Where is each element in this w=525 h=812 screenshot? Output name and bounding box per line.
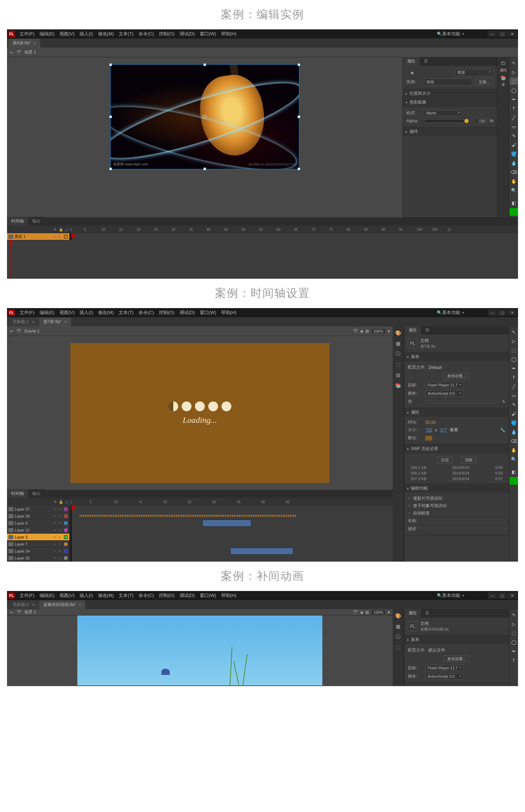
menu-window[interactable]: 窗口(W) [198, 29, 218, 38]
tab-close-icon[interactable]: ✕ [78, 603, 81, 607]
visibility-header-icon[interactable]: 👁 [52, 228, 58, 232]
side-properties-icon[interactable]: 🗀 [499, 59, 507, 67]
text-tool-icon[interactable]: T [510, 656, 518, 664]
resize-handle[interactable] [109, 168, 112, 170]
tab-timeline[interactable]: 时间轴 [7, 217, 28, 226]
layer-row[interactable]: Layer 4•• [7, 520, 393, 527]
tab-library[interactable]: 库 [420, 57, 432, 66]
dock-align-icon[interactable]: ▦ [393, 622, 402, 631]
swap-button[interactable]: 交换... [475, 78, 493, 86]
menu-text[interactable]: 文本(T) [117, 29, 136, 38]
style-select[interactable]: Alpha [424, 110, 462, 116]
dock-library-icon[interactable]: 📚 [393, 381, 402, 390]
layer-row[interactable]: Layer 27•• [7, 506, 393, 513]
subselection-tool-icon[interactable]: ▷ [510, 620, 518, 628]
menu-commands[interactable]: 命令(C) [136, 591, 156, 600]
layer-row[interactable]: Layer 26•• [7, 513, 393, 520]
subselection-tool-icon[interactable]: ▷ [510, 337, 518, 345]
hand-tool-icon[interactable]: ✋ [510, 446, 518, 454]
free-transform-tool-icon[interactable]: ⬚ [510, 346, 518, 354]
resize-handle[interactable] [298, 168, 300, 170]
workspace-switcher[interactable]: 基本功能 [442, 309, 464, 316]
menu-control[interactable]: 控制(O) [157, 591, 177, 600]
class-input[interactable] [425, 401, 499, 403]
dock-transform-icon[interactable]: ⬚ [393, 643, 402, 652]
line-tool-icon[interactable]: ╱ [510, 114, 518, 121]
outline-header-icon[interactable]: ◻ [64, 228, 69, 232]
tab-close-icon[interactable]: ✕ [33, 41, 36, 45]
tab-properties[interactable]: 属性 [403, 57, 420, 66]
lasso-tool-icon[interactable]: ◯ [510, 86, 518, 94]
menu-commands[interactable]: 命令(C) [136, 29, 156, 38]
search-icon[interactable]: 🔍 [437, 310, 442, 315]
search-icon[interactable]: 🔍 [437, 31, 442, 36]
text-tool-icon[interactable]: T [510, 105, 518, 112]
minimize-button[interactable]: — [488, 592, 497, 599]
tab-timeline[interactable]: 时间轴 [7, 489, 28, 498]
stage-area[interactable]: 昵图网 www.nipic.com By:空间 No.2012032221141… [7, 57, 402, 218]
maximize-button[interactable]: ▢ [498, 31, 507, 37]
acc-desc-input[interactable] [425, 528, 505, 530]
fps-value[interactable]: 30.00 [425, 420, 436, 425]
instance-name-input[interactable]: 吉他 [424, 78, 472, 86]
menu-insert[interactable]: 插入(I) [77, 29, 95, 38]
resize-handle[interactable] [109, 115, 112, 118]
line-tool-icon[interactable]: ╱ [510, 383, 518, 390]
minimize-button[interactable]: — [488, 31, 497, 37]
menu-text[interactable]: 文本(T) [117, 308, 136, 317]
publish-settings-button[interactable]: 发布设置... [443, 655, 470, 663]
menu-debug[interactable]: 调试(D) [177, 591, 197, 600]
edit-class-icon[interactable]: ✎ [502, 399, 505, 404]
frame-ruler[interactable]: 1510152025303540455055606570758085909510… [69, 226, 518, 233]
wrench-icon[interactable]: 🔧 [500, 428, 505, 433]
text-tool-icon[interactable]: T [510, 373, 518, 381]
tab-properties[interactable]: 属性 [404, 326, 421, 335]
stroke-color-icon[interactable]: ◧ [510, 199, 518, 207]
selection-tool-icon[interactable]: ↖ [510, 59, 518, 67]
tab-properties[interactable]: 属性 [404, 609, 421, 618]
accessibility-checkbox[interactable]: 使子对象可供访问 [408, 502, 505, 510]
menu-control[interactable]: 控制(O) [157, 308, 177, 317]
tab-close-icon[interactable]: ✕ [32, 320, 35, 324]
layer-track[interactable] [69, 534, 393, 541]
section-position[interactable]: 位置和大小 [403, 89, 497, 98]
section-loop[interactable]: 循环 [403, 127, 497, 136]
hand-tool-icon[interactable]: ✋ [510, 177, 518, 185]
layer-track[interactable] [69, 513, 393, 520]
file-tab[interactable]: 无标题-1✕ [8, 600, 39, 609]
accessibility-checkbox[interactable]: 自动标签 [408, 510, 505, 517]
file-tab[interactable]: 第7讲.fla*✕ [39, 318, 71, 326]
dock-color-icon[interactable]: 🎨 [393, 611, 402, 620]
menu-edit[interactable]: 编辑(E) [37, 29, 57, 38]
layer-row[interactable]: Layer 24•• [7, 548, 393, 555]
menu-view[interactable]: 视图(V) [57, 308, 77, 317]
tab-close-icon[interactable]: ✕ [32, 603, 35, 607]
section-color-effect[interactable]: 色彩效果 [403, 98, 497, 107]
stage-canvas[interactable]: Loading... [70, 343, 329, 483]
section-swf-history[interactable]: SWF 历史记录 [404, 444, 509, 453]
menu-window[interactable]: 窗口(W) [198, 308, 218, 317]
accessibility-checkbox[interactable]: 使影片可供访问 [408, 495, 505, 502]
lasso-tool-icon[interactable]: ◯ [510, 355, 518, 363]
acc-name-input[interactable] [425, 520, 505, 522]
file-tab[interactable]: 第6讲.fla*✕ [8, 39, 40, 48]
frame-ruler[interactable]: 151015202530354045 [69, 498, 393, 506]
zoom-fit-icon[interactable]: ⊞ [365, 329, 369, 334]
layer-track[interactable] [69, 233, 518, 240]
script-select[interactable]: ActionScript 3.0 [425, 673, 464, 679]
dock-align-icon[interactable]: ▦ [393, 339, 402, 348]
width-value[interactable]: 755 [425, 428, 432, 433]
menu-insert[interactable]: 插入(I) [77, 591, 95, 600]
alpha-value[interactable]: 100 [474, 118, 487, 124]
pencil-tool-icon[interactable]: ✎ [510, 132, 518, 140]
section-properties[interactable]: 属性 [404, 408, 509, 417]
menu-insert[interactable]: 插入(I) [77, 308, 95, 317]
menu-help[interactable]: 帮助(H) [219, 591, 239, 600]
menu-modify[interactable]: 修改(M) [96, 308, 116, 317]
menu-file[interactable]: 文件(F) [18, 591, 37, 600]
zoom-tool-icon[interactable]: 🔍 [510, 186, 518, 194]
resize-handle[interactable] [298, 115, 300, 118]
edit-scene-icon[interactable]: 🎬 [353, 329, 358, 334]
tab-output[interactable]: 输出 [28, 489, 45, 498]
section-publish[interactable]: 发布 [404, 635, 509, 644]
